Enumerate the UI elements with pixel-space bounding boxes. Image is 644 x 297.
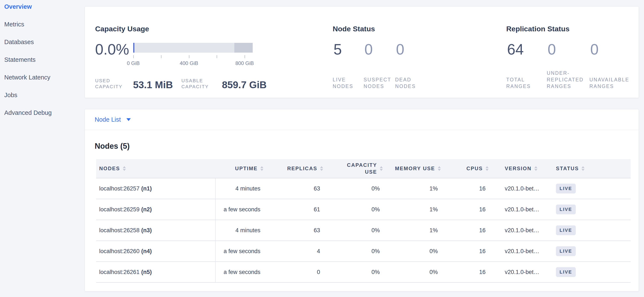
sidebar-item-jobs[interactable]: Jobs: [0, 91, 85, 99]
capacity-use-cell: 0%: [324, 262, 384, 282]
sort-icon[interactable]: [380, 166, 383, 171]
node-name-cell: localhost:26261 (n5): [96, 262, 216, 282]
column-label: MEMORY USE: [395, 165, 435, 172]
sort-icon[interactable]: [438, 166, 441, 171]
node-id: (n2): [141, 206, 152, 213]
version-cell: v20.1.0-bet…: [490, 262, 550, 282]
column-header-cpus[interactable]: CPUS: [442, 159, 490, 178]
sidebar-item-network-latency[interactable]: Network Latency: [0, 74, 85, 81]
column-header-status[interactable]: STATUS: [550, 159, 631, 178]
column-header-capacity-use[interactable]: CAPACITY USE: [324, 159, 384, 178]
table-row-n3[interactable]: localhost:26258 (n3) 4 minutes 63 0% 1% …: [96, 220, 630, 241]
unavailable-ranges-label: UNAVAILABLE RANGES: [590, 76, 636, 90]
sidebar-item-advanced-debug[interactable]: Advanced Debug: [0, 109, 85, 117]
sidebar-item-statements[interactable]: Statements: [0, 56, 85, 63]
used-capacity-value: 53.1 MiB: [133, 80, 173, 90]
node-name-cell: localhost:26258 (n3): [96, 220, 216, 241]
used-capacity-label: USED CAPACITY: [95, 78, 127, 90]
memory-use-cell: 0%: [384, 262, 442, 282]
sort-icon[interactable]: [260, 166, 263, 171]
uptime-cell: 4 minutes: [216, 178, 265, 199]
usable-capacity-value: 859.7 GiB: [222, 80, 267, 90]
axis-tick: [161, 55, 162, 58]
capacity-usage-section: Capacity Usage 0.0% 0 GiB 400 GiB 800 Gi…: [95, 6, 330, 98]
column-header-replicas[interactable]: REPLICAS: [265, 159, 324, 178]
node-list-card: Node List Nodes (5) NODES UPTIME REPLICA…: [85, 109, 639, 292]
memory-use-cell: 1%: [384, 220, 442, 241]
table-row-n5[interactable]: localhost:26261 (n5) a few seconds 0 0% …: [96, 262, 630, 283]
cluster-summary-card: Capacity Usage 0.0% 0 GiB 400 GiB 800 Gi…: [85, 6, 639, 98]
capacity-use-cell: 0%: [324, 199, 384, 220]
table-row-n1[interactable]: localhost:26257 (n1) 4 minutes 63 0% 1% …: [96, 178, 630, 199]
column-header-nodes[interactable]: NODES: [96, 159, 216, 178]
chevron-down-icon: [126, 118, 131, 121]
metric-live-nodes: 5 LIVE NODES: [333, 6, 362, 98]
sidebar-item-overview[interactable]: Overview: [0, 3, 85, 10]
column-label: STATUS: [556, 165, 579, 172]
status-badge: LIVE: [556, 246, 576, 256]
capacity-percent-value: 0.0%: [95, 42, 129, 57]
replicas-cell: 61: [265, 199, 324, 220]
status-cell: LIVE: [550, 199, 631, 220]
table-row-n2[interactable]: localhost:26259 (n2) a few seconds 61 0%…: [96, 199, 630, 220]
column-label: NODES: [99, 165, 120, 172]
total-ranges-value: 64: [507, 42, 524, 57]
metric-under-replicated-ranges: 0 UNDER-REPLICATED RANGES: [547, 6, 590, 98]
nodes-table: NODES UPTIME REPLICAS CAPACITY USE MEMOR…: [96, 159, 630, 283]
dead-nodes-label: DEAD NODES: [395, 76, 427, 90]
node-address: localhost:26258: [99, 227, 140, 234]
node-name-cell: localhost:26257 (n1): [96, 178, 216, 199]
nodes-table-header: NODES UPTIME REPLICAS CAPACITY USE MEMOR…: [96, 159, 630, 178]
cpus-cell: 16: [442, 178, 490, 199]
sidebar-item-metrics[interactable]: Metrics: [0, 21, 85, 28]
node-address: localhost:26261: [99, 269, 140, 276]
status-cell: LIVE: [550, 262, 631, 282]
version-cell: v20.1.0-bet…: [490, 241, 550, 262]
suspect-nodes-value: 0: [364, 42, 373, 57]
version-cell: v20.1.0-bet…: [490, 199, 550, 220]
usable-capacity-label: USABLE CAPACITY: [182, 78, 216, 90]
node-name-cell: localhost:26260 (n4): [96, 241, 216, 262]
node-id: (n3): [141, 227, 152, 234]
under-replicated-ranges-label: UNDER-REPLICATED RANGES: [547, 70, 590, 90]
status-badge: LIVE: [556, 184, 576, 193]
column-header-uptime[interactable]: UPTIME: [216, 159, 265, 178]
live-nodes-value: 5: [334, 42, 342, 57]
column-header-version[interactable]: VERSION: [490, 159, 550, 178]
table-row-n4[interactable]: localhost:26260 (n4) a few seconds 4 0% …: [96, 241, 630, 262]
total-ranges-label: TOTAL RANGES: [506, 76, 547, 90]
node-address: localhost:26257: [99, 185, 140, 192]
uptime-cell: a few seconds: [216, 199, 265, 220]
node-id: (n5): [141, 269, 152, 276]
sort-icon[interactable]: [123, 166, 126, 171]
axis-tick-label: 800 GiB: [236, 60, 254, 66]
uptime-cell: a few seconds: [216, 262, 265, 282]
capacity-use-cell: 0%: [324, 220, 384, 241]
status-cell: LIVE: [550, 241, 631, 262]
memory-use-cell: 0%: [384, 241, 442, 262]
sidebar-item-databases[interactable]: Databases: [0, 38, 85, 46]
under-replicated-ranges-value: 0: [548, 42, 556, 57]
axis-tick-label: 400 GiB: [180, 60, 198, 66]
nodes-table-title: Nodes (5): [95, 141, 639, 151]
suspect-nodes-label: SUSPECT NODES: [364, 76, 394, 90]
node-list-selector[interactable]: Node List: [95, 116, 131, 123]
node-name-cell: localhost:26259 (n2): [96, 199, 216, 220]
metric-dead-nodes: 0 DEAD NODES: [395, 6, 427, 98]
version-cell: v20.1.0-bet…: [490, 220, 550, 241]
sort-icon[interactable]: [534, 166, 538, 171]
axis-tick: [244, 55, 245, 58]
sort-icon[interactable]: [582, 166, 584, 171]
sort-icon[interactable]: [486, 166, 488, 171]
column-label: REPLICAS: [287, 165, 317, 172]
cpus-cell: 16: [442, 199, 490, 220]
column-label: VERSION: [505, 165, 532, 172]
column-label: CPUS: [466, 165, 483, 172]
sort-icon[interactable]: [320, 166, 323, 171]
cpus-cell: 16: [442, 262, 490, 282]
memory-use-cell: 1%: [384, 199, 442, 220]
cpus-cell: 16: [442, 220, 490, 241]
view-selector-strip: Node List: [85, 109, 639, 130]
column-header-memory-use[interactable]: MEMORY USE: [384, 159, 442, 178]
status-badge: LIVE: [556, 225, 576, 235]
